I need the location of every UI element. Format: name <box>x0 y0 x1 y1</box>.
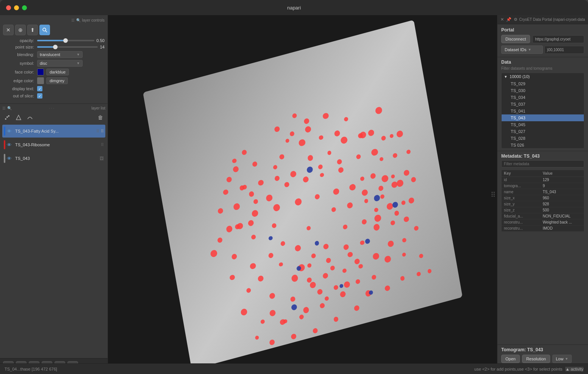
out-of-slice-checkbox[interactable]: ✓ <box>37 93 42 99</box>
tree-item-ts041[interactable]: TS_041 <box>502 108 584 114</box>
layer-eye-1[interactable]: 👁 <box>7 142 14 148</box>
face-color-value: darkblue <box>46 69 69 75</box>
close-button[interactable] <box>6 5 11 10</box>
layer-drag-1: ⠿ <box>101 142 104 147</box>
shape-tool-btn[interactable] <box>14 113 23 122</box>
settings-panel-icon[interactable]: ⚙ <box>514 17 518 22</box>
layer-drag-2: 🖼 <box>100 156 104 161</box>
blending-select[interactable]: translucent ▼ <box>37 51 83 58</box>
open-tomogram-btn[interactable]: Open <box>501 355 520 363</box>
metadata-val-header: Value <box>543 171 582 175</box>
maximize-button[interactable] <box>22 5 27 10</box>
tree-parent-label: 10000 (10) <box>510 74 530 79</box>
tomogram-controls: Open Resolution Low ▼ <box>501 355 584 363</box>
opacity-thumb[interactable] <box>63 38 68 43</box>
tree-item-ts029[interactable]: TS_029 <box>502 80 584 87</box>
right-panel: ✕ 📌 ⚙ CryoET Data Portal (napari-cryoet-… <box>497 15 588 374</box>
layer-item-1[interactable]: 👁 TS_043-Ribosome ⠿ <box>2 138 105 151</box>
edge-color-label: edge color: <box>3 78 37 83</box>
tree-item-ts045[interactable]: TS_045 <box>502 121 584 128</box>
out-of-slice-row: out of slice: ✓ <box>3 93 105 99</box>
status-right-text: use <2> for add points,use <3> for selec… <box>474 367 562 371</box>
point-size-thumb[interactable] <box>53 45 58 49</box>
move-tool-btn[interactable]: ⬆ <box>27 25 38 35</box>
edge-color-swatch[interactable] <box>37 77 44 84</box>
disconnect-button[interactable]: Disconnect <box>501 35 530 43</box>
layer-color-0 <box>4 127 5 136</box>
close-panel-icon[interactable]: ✕ <box>500 17 504 22</box>
metadata-key-header: Key <box>504 171 543 175</box>
blending-arrow: ▼ <box>77 53 80 56</box>
meta-val-sizez: 500 <box>543 208 582 212</box>
meta-row-id: id 129 <box>502 177 584 183</box>
ts037-label: TS_037 <box>511 102 525 106</box>
blending-label: blending: <box>3 52 37 57</box>
layer-eye-2[interactable]: 👁 <box>7 156 14 161</box>
meta-row-fiducial: fiducial_a... NON_FIDUCIAL <box>502 213 584 219</box>
ts029-label: TS_029 <box>511 81 525 86</box>
face-color-swatch[interactable] <box>37 69 44 75</box>
layer-eye-0[interactable]: 👁 <box>7 128 14 134</box>
tree-expand-icon: ▾ <box>505 74 507 79</box>
metadata-filter-input[interactable] <box>501 160 584 167</box>
layer-item-2[interactable]: 👁 TS_043 🖼 <box>2 152 105 165</box>
meta-val-id: 129 <box>543 178 582 182</box>
tree-item-ts030[interactable]: TS_030 <box>502 87 584 94</box>
layer-control-tools: ✕ ⊕ ⬆ <box>3 25 105 35</box>
display-text-label: display text: <box>3 86 37 91</box>
close-tool-btn[interactable]: ✕ <box>3 25 14 35</box>
svg-marker-5 <box>16 115 21 120</box>
ts028-label: TS_028 <box>511 136 525 141</box>
path-tool-btn[interactable] <box>25 113 35 122</box>
scatter-tool-btn[interactable] <box>2 113 12 122</box>
edge-color-control[interactable]: dimgrey <box>37 77 68 84</box>
point-size-slider[interactable] <box>37 46 98 48</box>
meta-key-fiducial: fiducial_a... <box>504 214 543 218</box>
resolution-select[interactable]: Low ▼ <box>552 355 572 363</box>
add-tool-btn[interactable]: ⊕ <box>15 25 26 35</box>
tree-item-ts028[interactable]: TS_028 <box>502 135 584 142</box>
activity-button[interactable]: ▲ activity <box>565 367 583 371</box>
meta-row-recon1: reconstru... Weighted back ... <box>502 219 584 225</box>
display-text-checkbox[interactable]: ✓ <box>37 86 42 91</box>
ts026-label: TS 026 <box>511 143 524 147</box>
meta-val-recon2: IMOD <box>543 226 582 230</box>
resolution-value: Low <box>556 357 563 361</box>
ts027-label: TS_027 <box>511 129 525 134</box>
search-tool-btn[interactable] <box>39 25 50 35</box>
layer-drag-0: ⠿ <box>96 129 99 134</box>
tomogram-background <box>143 20 463 369</box>
center-canvas[interactable]: ⠿ <box>108 15 497 374</box>
point-size-slider-container[interactable]: 14 <box>37 45 105 49</box>
symbol-select[interactable]: disc ▼ <box>37 60 83 67</box>
right-panel-title: CryoET Data Portal (napari-cryoet-data <box>519 17 585 22</box>
tree-item-ts026[interactable]: TS 026 <box>502 142 584 149</box>
tree-item-parent[interactable]: ▾ 10000 (10) <box>502 73 584 80</box>
meta-row-sizez: size_z 500 <box>502 207 584 213</box>
tree-item-ts034[interactable]: TS_034 <box>502 94 584 101</box>
layer-controls-header: ☰ 🔍 layer controls <box>3 18 105 22</box>
tree-item-ts037[interactable]: TS_037 <box>502 101 584 108</box>
metadata-label: Metadata: TS_043 <box>501 153 584 159</box>
tree-item-ts043[interactable]: TS_043 <box>502 114 584 121</box>
layer-item-0[interactable]: 👁 TS_043-Fatty Acid Sy... ⠿ ⠿ <box>2 125 105 138</box>
canvas-visualization <box>108 15 497 374</box>
meta-val-sizey: 928 <box>543 202 582 206</box>
pin-panel-icon[interactable]: 📌 <box>506 17 511 22</box>
opacity-slider[interactable] <box>37 40 94 41</box>
portal-url: https://graphql.cryoet <box>532 35 584 43</box>
meta-key-id: id <box>504 178 543 182</box>
delete-layer-btn[interactable]: 🗑 <box>95 113 105 122</box>
opacity-slider-container[interactable]: 0.50 <box>37 38 105 43</box>
minimize-button[interactable] <box>14 5 19 10</box>
meta-row-sizey: size_y 928 <box>502 201 584 207</box>
resolution-btn[interactable]: Resolution <box>522 355 550 363</box>
main-layout: ☰ 🔍 layer controls ✕ ⊕ ⬆ opacity: <box>0 15 588 374</box>
blending-row: blending: translucent ▼ <box>3 51 105 58</box>
right-resize-handle[interactable]: ⠿ <box>489 189 497 200</box>
layer-controls: ☰ 🔍 layer controls ✕ ⊕ ⬆ opacity: <box>0 15 108 104</box>
face-color-control[interactable]: darkblue <box>37 69 69 75</box>
tree-item-ts027[interactable]: TS_027 <box>502 128 584 135</box>
dataset-select[interactable]: Dataset IDs ▼ <box>501 45 543 54</box>
meta-key-sizez: size_z <box>504 208 543 212</box>
